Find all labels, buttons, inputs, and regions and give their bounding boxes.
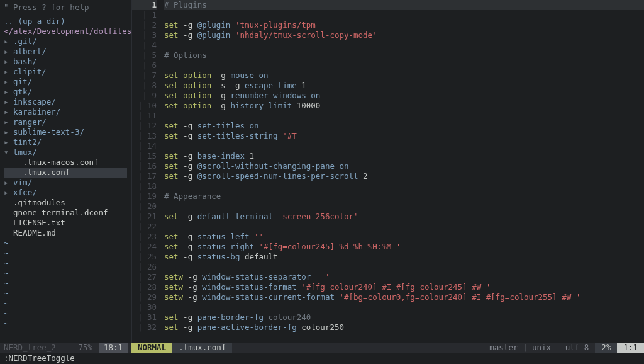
- line-number: | 11: [132, 111, 157, 121]
- line-number: | 6: [132, 60, 157, 71]
- code-line[interactable]: set -g set-titles-string '#T': [164, 131, 644, 141]
- tree-file[interactable]: .tmux-macos.conf: [4, 157, 127, 168]
- tree-file[interactable]: README.md: [4, 228, 127, 238]
- line-number: | 13: [132, 131, 157, 141]
- line-number-gutter: 1| 1| 2| 3| 4| 5| 6| 7| 8| 9| 10| 11| 12…: [131, 0, 162, 343]
- empty-line: ~: [4, 319, 127, 329]
- code-line[interactable]: set-option -g mouse on: [164, 71, 644, 81]
- code-line[interactable]: set -g @scroll-speed-num-lines-per-scrol…: [164, 171, 644, 181]
- tree-dir[interactable]: ▸ inkscape/: [4, 97, 127, 107]
- line-number: | 32: [132, 322, 157, 333]
- code-line[interactable]: set -g @scroll-without-changing-pane on: [164, 161, 644, 171]
- code-line[interactable]: [164, 262, 644, 272]
- code-line[interactable]: [164, 60, 644, 71]
- line-number: | 26: [132, 262, 157, 272]
- tree-dir[interactable]: ▸ xfce/: [4, 188, 127, 198]
- tree-file[interactable]: gnome-terminal.dconf: [4, 208, 127, 218]
- code-line[interactable]: set -g status-right '#[fg=colour245] %d …: [164, 242, 644, 252]
- nerdtree-up-dir[interactable]: .. (up a dir): [4, 16, 127, 26]
- line-number: | 20: [132, 202, 157, 212]
- empty-line: ~: [4, 288, 127, 299]
- empty-line: ~: [4, 278, 127, 288]
- tree-dir[interactable]: ▸ bash/: [4, 57, 127, 67]
- code-line[interactable]: set -g @plugin 'nhdaly/tmux-scroll-copy-…: [164, 30, 644, 40]
- code-line[interactable]: set -g @plugin 'tmux-plugins/tpm': [164, 20, 644, 30]
- line-number: | 9: [132, 91, 157, 101]
- empty-line: ~: [4, 248, 127, 258]
- line-number: | 31: [132, 312, 157, 322]
- code-line[interactable]: setw -g window-status-format '#[fg=colou…: [164, 282, 644, 292]
- tree-dir[interactable]: ▸ gtk/: [4, 87, 127, 97]
- code-line[interactable]: [164, 141, 644, 151]
- line-number: | 10: [132, 101, 157, 111]
- code-line[interactable]: [164, 40, 644, 50]
- line-number: | 19: [132, 191, 157, 202]
- code-line[interactable]: [164, 111, 644, 121]
- line-number: | 15: [132, 151, 157, 161]
- code-line[interactable]: setw -g window-status-current-format '#[…: [164, 292, 644, 302]
- code-line[interactable]: [164, 302, 644, 312]
- nerdtree-root-path[interactable]: </alex/Development/dotfiles/: [4, 26, 127, 37]
- nerdtree-buffer-name: NERD_tree_2: [4, 343, 74, 353]
- tree-dir[interactable]: ▸ albert/: [4, 47, 127, 57]
- tree-dir[interactable]: ▸ git/: [4, 77, 127, 87]
- code-line[interactable]: [164, 222, 644, 232]
- line-number: | 14: [132, 141, 157, 151]
- code-line[interactable]: [164, 181, 644, 191]
- tree-dir[interactable]: ▸ .git/: [4, 37, 127, 47]
- tree-dir[interactable]: ▸ karabiner/: [4, 107, 127, 117]
- buffer-filename: .tmux.conf: [172, 343, 232, 353]
- code-line[interactable]: set -g pane-border-fg colour240: [164, 312, 644, 322]
- code-line[interactable]: set -g status-bg default: [164, 252, 644, 262]
- line-number: | 7: [132, 71, 157, 81]
- line-number: | 30: [132, 302, 157, 312]
- code-line[interactable]: set -g pane-active-border-fg colour250: [164, 322, 644, 333]
- code-line[interactable]: set-option -s -g escape-time 1: [164, 81, 644, 91]
- line-number: | 25: [132, 252, 157, 262]
- line-number: | 16: [132, 161, 157, 171]
- code-line[interactable]: set -g default-terminal 'screen-256color…: [164, 212, 644, 222]
- editor-cursor-pos: 1:1: [617, 343, 644, 353]
- nerdtree-statusline: NERD_tree_2 75% 18:1: [0, 343, 131, 353]
- code-line[interactable]: set -g status-left '': [164, 232, 644, 242]
- code-line[interactable]: setw -g window-status-separator ' ': [164, 272, 644, 282]
- line-number: | 8: [132, 81, 157, 91]
- tree-dir[interactable]: ▸ vim/: [4, 178, 127, 188]
- file-meta: master | unix | utf-8: [483, 343, 595, 353]
- tree-dir[interactable]: ▸ sublime-text-3/: [4, 127, 127, 137]
- line-number: | 29: [132, 292, 157, 302]
- line-number: | 2: [132, 20, 157, 30]
- nerdtree-cursor-pos: 18:1: [99, 343, 128, 353]
- line-number: | 23: [132, 232, 157, 242]
- code-line[interactable]: set -g base-index 1: [164, 151, 644, 161]
- line-number: 1: [132, 0, 157, 10]
- tree-dir[interactable]: ▸ tint2/: [4, 137, 127, 147]
- tree-dir[interactable]: ▸ clipit/: [4, 67, 127, 77]
- nerdtree-pane[interactable]: " Press ? for help .. (up a dir) </alex/…: [0, 0, 131, 343]
- tree-dir[interactable]: ▸ ranger/: [4, 117, 127, 127]
- code-line[interactable]: # Plugins: [164, 0, 644, 10]
- line-number: | 12: [132, 121, 157, 131]
- code-line[interactable]: set -g set-titles on: [164, 121, 644, 131]
- tree-file[interactable]: LICENSE.txt: [4, 218, 127, 228]
- tree-file[interactable]: .tmux.conf: [4, 168, 127, 178]
- empty-line: ~: [4, 268, 127, 278]
- line-number: | 21: [132, 212, 157, 222]
- nerdtree-scroll-pct: 75%: [74, 343, 96, 353]
- code-line[interactable]: [164, 10, 644, 20]
- code-line[interactable]: [164, 202, 644, 212]
- line-number: | 28: [132, 282, 157, 292]
- command-line[interactable]: :NERDTreeToggle: [0, 353, 644, 364]
- empty-line: ~: [4, 299, 127, 309]
- tree-file[interactable]: .gitmodules: [4, 198, 127, 208]
- editor-area: " Press ? for help .. (up a dir) </alex/…: [0, 0, 644, 343]
- empty-line: ~: [4, 258, 127, 268]
- code-buffer[interactable]: # Pluginsset -g @plugin 'tmux-plugins/tp…: [162, 0, 644, 343]
- code-line[interactable]: # Options: [164, 50, 644, 60]
- code-pane[interactable]: 1| 1| 2| 3| 4| 5| 6| 7| 8| 9| 10| 11| 12…: [131, 0, 644, 343]
- code-line[interactable]: # Appearance: [164, 191, 644, 202]
- tree-dir[interactable]: ▾ tmux/: [4, 147, 127, 157]
- code-line[interactable]: set-option -g history-limit 10000: [164, 101, 644, 111]
- code-line[interactable]: set-option -g renumber-windows on: [164, 91, 644, 101]
- line-number: | 5: [132, 50, 157, 60]
